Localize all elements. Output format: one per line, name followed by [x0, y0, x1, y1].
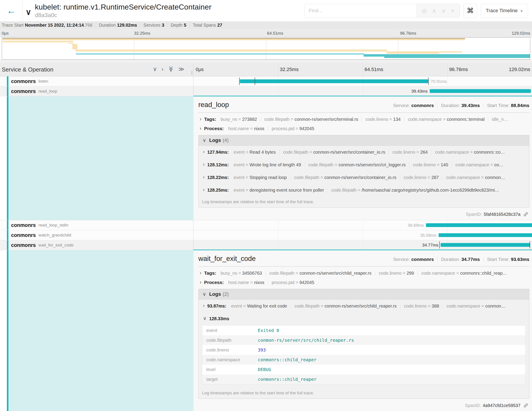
keyboard-shortcuts-button[interactable]: ⌘	[464, 4, 477, 18]
span-bar[interactable]: 70.91ms	[240, 79, 428, 83]
timeline-minimap[interactable]	[2, 37, 530, 59]
row-gridline	[363, 86, 363, 96]
spanid-value: 5faf48165428c37a	[484, 212, 521, 217]
find-next-icon[interactable]: ∨	[442, 8, 446, 14]
deep-link-icon[interactable]	[523, 403, 528, 408]
span-timeline-cell: 39.69ms	[193, 220, 532, 230]
log-field-row: code.filepath conmon-rs/server/src/child…	[202, 335, 525, 345]
span-operation: wait_for_exit_code	[38, 243, 73, 248]
trace-duration: Duration129.02ms	[96, 23, 141, 28]
span-bar[interactable]: 34.77ms	[441, 243, 530, 247]
expand-all-icon[interactable]: ≫	[178, 66, 184, 72]
span-name-cell: conmonrs listen	[0, 76, 193, 86]
chevron-right-icon: ›	[200, 125, 201, 131]
process-row[interactable]: › Process: host.namenixos process.pid942…	[198, 279, 529, 286]
chevron-down-icon: ∨	[520, 9, 523, 13]
column-resize-handle[interactable]: ∥	[191, 70, 193, 75]
timeline-tick: 96.76ms	[449, 67, 468, 72]
span-bar[interactable]: 35.58ms	[439, 233, 532, 237]
tags-row[interactable]: › Tags: busy_ns273882 code.filepathconmo…	[198, 116, 529, 123]
logs-count: (4)	[223, 137, 229, 143]
divider	[198, 112, 529, 113]
span-row-watch-grandchild[interactable]: conmonrs watch_grandchild 35.58ms	[0, 230, 532, 240]
log-entry[interactable]: › 128.22ms: eventStopping read loop code…	[199, 171, 529, 184]
expand-one-icon[interactable]: ›	[162, 66, 163, 72]
span-row-wait-for-exit-code[interactable]: conmonrs wait_for_exit_code 34.77ms	[0, 240, 532, 250]
trace-depth: Depth5	[168, 23, 190, 28]
span-service: conmonrs	[11, 88, 36, 94]
find-clear-icon[interactable]: ×	[451, 8, 454, 14]
view-selector-button[interactable]: Trace Timeline ∨	[481, 4, 528, 18]
log-entry[interactable]: › 93.87ms: eventWaiting for exit code co…	[199, 300, 529, 312]
chevron-down-icon: ∨	[203, 137, 206, 143]
chevron-right-icon: ›	[203, 162, 205, 167]
minimap-gap	[0, 59, 532, 63]
log-marker	[428, 78, 429, 85]
span-timeline-cell: 34.77ms	[193, 240, 532, 250]
span-service: conmonrs	[11, 222, 36, 228]
span-color-bar	[7, 96, 9, 220]
log-entry[interactable]: › 128.25ms: eventderegistering event sou…	[199, 184, 529, 196]
tags-row[interactable]: › Tags: busy_ns34506763 code.filepathcon…	[198, 270, 529, 276]
span-table-header: Service & Operation ∨ › ≫ ≫ ∥ 0μs 32.25m…	[0, 63, 532, 76]
page-title: kubelet: runtime.v1.RuntimeService/Creat…	[35, 3, 211, 11]
log-marker	[439, 241, 440, 248]
trace-start: Trace StartNovember 15 2022, 11:24:14.75…	[2, 23, 96, 28]
log-marker	[239, 78, 240, 85]
detail-content: wait_for_exit_code Service:conmonrs Dura…	[193, 250, 532, 411]
chevron-right-icon: ›	[203, 149, 205, 155]
service-operation-title: Service & Operation	[2, 66, 53, 73]
log-entry[interactable]: › 127.94ms: eventRead 4 bytes code.filep…	[199, 146, 529, 158]
chevron-right-icon: ›	[203, 174, 205, 180]
row-gridline	[278, 220, 278, 230]
logs-header[interactable]: ∨ Logs (4)	[199, 135, 529, 146]
collapse-one-icon[interactable]: ∨	[153, 66, 157, 72]
span-name-cell: conmonrs read_loop_stdin	[0, 220, 193, 230]
expand-collapse-controls: ∨ › ≫ ≫	[153, 66, 184, 72]
span-duration-label: 35.58ms	[420, 233, 436, 238]
span-row-listen[interactable]: conmonrs listen 70.91ms	[0, 76, 532, 86]
log-field-row: event Exited 0	[202, 325, 525, 335]
detail-left-gutter	[0, 96, 193, 220]
logs-block: ∨ Logs (2) › 93.87ms: eventWaiting for e…	[198, 289, 529, 399]
span-duration-label: 70.91ms	[431, 79, 447, 84]
log-entry[interactable]: › 128.12ms: eventWrote log line of lengt…	[199, 158, 529, 171]
span-row-read-loop[interactable]: conmonrs read_loop 39.43ms	[0, 86, 532, 96]
span-color-bar	[7, 240, 9, 250]
minimap-tick: 32.25ms	[134, 31, 150, 36]
span-duration-label: 34.77ms	[422, 243, 438, 247]
timeline-tick: 129.02ms	[509, 67, 530, 72]
process-row[interactable]: › Process: host.namenixos process.pid942…	[198, 125, 529, 132]
back-button[interactable]: ←	[0, 0, 23, 21]
row-gridline	[278, 240, 278, 250]
minimap-tick: 96.76ms	[400, 31, 416, 36]
span-operation: listen	[38, 79, 48, 84]
logs-header[interactable]: ∨ Logs (2)	[199, 289, 529, 300]
trace-header-collapse-icon[interactable]: ∨	[26, 8, 31, 16]
trace-total-spans: Total Spans27	[190, 23, 225, 28]
process-label: Process:	[204, 126, 224, 131]
span-row-read-loop-stdin[interactable]: conmonrs read_loop_stdin 39.69ms	[0, 220, 532, 230]
timeline-tick: 64.51ms	[364, 67, 383, 72]
collapse-all-icon[interactable]: ≫	[168, 66, 174, 72]
log-field-row: level DEBUG	[202, 365, 525, 374]
divider	[198, 266, 529, 267]
log-entry-expanded[interactable]: ∨ 128.33ms	[199, 312, 529, 325]
row-gridline	[447, 76, 448, 86]
timeline-tick: 0μs	[196, 67, 204, 72]
trace-id: d8a3a0c	[35, 12, 211, 19]
logs-count: (2)	[223, 291, 229, 297]
span-operation: read_loop_stdin	[38, 223, 68, 228]
find-prev-icon[interactable]: ∧	[432, 8, 436, 14]
service-operation-header: Service & Operation ∨ › ≫ ≫ ∥	[0, 63, 193, 76]
minimap-tick: 129.02ms	[512, 31, 530, 36]
deep-link-icon[interactable]	[523, 212, 528, 217]
log-marker	[255, 78, 255, 85]
minimap-span-bar	[76, 49, 387, 51]
find-input[interactable]	[305, 4, 416, 17]
minimap-gridline	[134, 38, 134, 59]
span-bar[interactable]: 39.43ms	[430, 89, 531, 93]
find-scope-icon[interactable]: ◎	[422, 8, 427, 14]
span-timeline-cell: 39.43ms	[193, 86, 532, 96]
span-bar[interactable]: 39.69ms	[426, 223, 532, 227]
